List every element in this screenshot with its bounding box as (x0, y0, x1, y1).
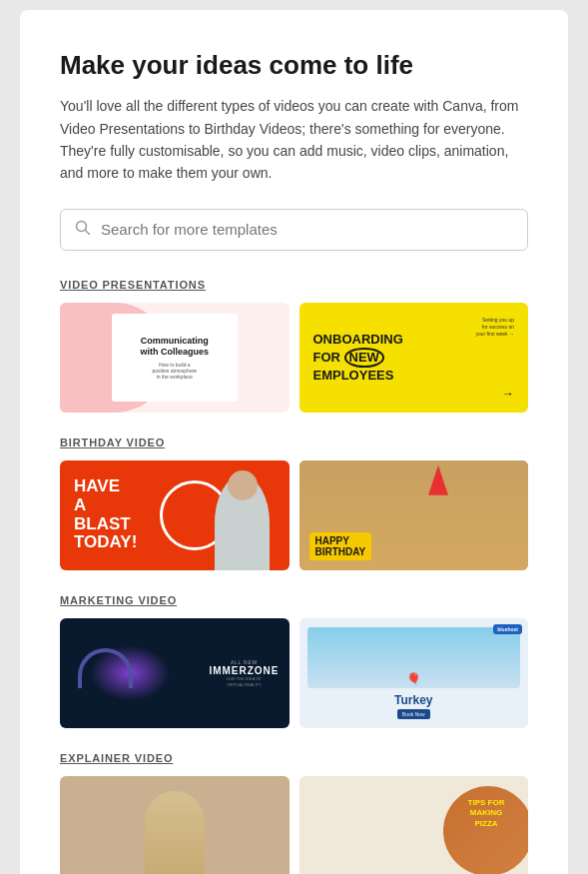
search-input[interactable] (101, 221, 513, 238)
section-label-marketing-video: MARKETING VIDEO (60, 594, 528, 606)
template-have-a-blast[interactable]: HAVEABLASTTODAY! (60, 460, 290, 570)
search-icon (75, 220, 91, 240)
section-label-explainer-video: EXPLAINER VIDEO (60, 752, 528, 764)
svg-line-1 (86, 230, 90, 234)
section-label-birthday-video: BIRTHDAY VIDEO (60, 437, 528, 448)
section-birthday-video: BIRTHDAY VIDEO HAVEABLASTTODAY! HAPPYBIR… (60, 437, 528, 570)
template-communicating-colleagues[interactable]: Communicatingwith Colleagues How to buil… (60, 303, 290, 413)
template-grid-video-presentations: Communicatingwith Colleagues How to buil… (60, 303, 528, 413)
template-turkey[interactable]: bluehost 🎈 Turkey Book Now (299, 618, 529, 728)
section-label-video-presentations: VIDEO PRESENTATIONS (60, 279, 528, 291)
template-grid-birthday-video: HAVEABLASTTODAY! HAPPYBIRTHDAY (60, 460, 528, 570)
template-happy-birthday[interactable]: HAPPYBIRTHDAY (299, 460, 529, 570)
section-explainer-video: EXPLAINER VIDEO TIPS FORMAKINGPIZZA (60, 752, 528, 874)
page-subtitle: You'll love all the different types of v… (60, 95, 528, 185)
template-onboarding-employees[interactable]: ONBOARDINGFOR NEWEMPLOYEES Setting you u… (299, 303, 529, 413)
section-video-presentations: VIDEO PRESENTATIONS Communicatingwith Co… (60, 279, 528, 413)
section-marketing-video: MARKETING VIDEO ALL NEW IMMERZONE LIVE T… (60, 594, 528, 728)
template-grid-explainer-video: TIPS FORMAKINGPIZZA (60, 776, 528, 874)
search-bar[interactable] (60, 209, 528, 251)
template-explainer-person[interactable] (60, 776, 290, 874)
template-tips-pizza[interactable]: TIPS FORMAKINGPIZZA (299, 776, 529, 874)
template-immerzone[interactable]: ALL NEW IMMERZONE LIVE THE IDEA OFVIRTUA… (60, 618, 290, 728)
main-card: Make your ideas come to life You'll love… (20, 10, 568, 874)
page-title: Make your ideas come to life (60, 50, 528, 81)
template-grid-marketing-video: ALL NEW IMMERZONE LIVE THE IDEA OFVIRTUA… (60, 618, 528, 728)
